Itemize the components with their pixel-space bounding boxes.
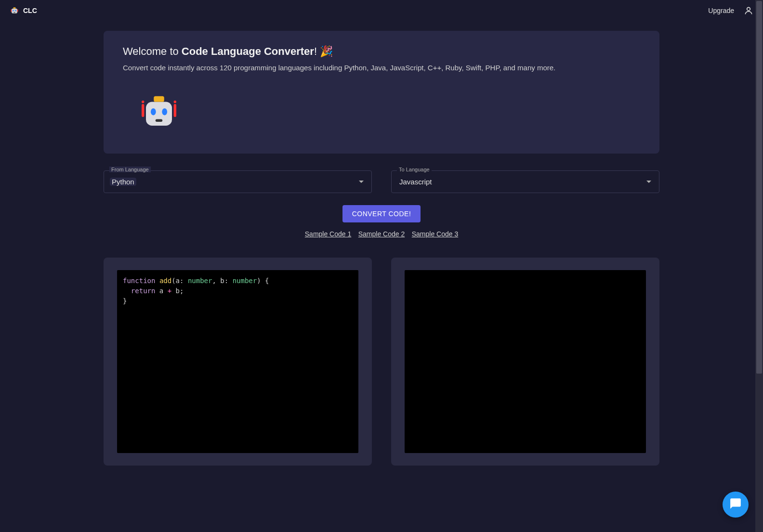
main-content: Welcome to Code Language Converter! 🎉 Co… [80, 21, 683, 485]
chat-icon [729, 497, 742, 512]
header-actions: Upgrade [708, 6, 753, 15]
chevron-down-icon [646, 181, 651, 183]
to-language-label: To Language [397, 167, 432, 172]
svg-rect-6 [17, 10, 18, 12]
robot-illustration [137, 91, 181, 134]
welcome-title-prefix: Welcome to [123, 45, 182, 57]
to-language-wrapper: To Language Javascript [391, 170, 659, 193]
svg-point-10 [151, 108, 156, 115]
svg-rect-8 [146, 102, 172, 126]
svg-rect-13 [142, 104, 144, 117]
from-language-wrapper: From Language Python [104, 170, 372, 193]
robot-icon [10, 6, 19, 15]
header: CLC Upgrade [0, 0, 763, 21]
chat-button[interactable] [723, 492, 749, 518]
from-language-select[interactable]: Python [104, 170, 372, 193]
logo-text: CLC [23, 7, 37, 14]
from-language-value: Python [110, 178, 136, 186]
target-code-editor[interactable] [405, 270, 646, 453]
source-editor-card: function add(a: number, b: number) { ret… [104, 258, 372, 466]
sample-code-3-link[interactable]: Sample Code 3 [412, 230, 459, 238]
svg-rect-12 [156, 119, 162, 122]
welcome-title-bold: Code Language Converter [182, 45, 314, 57]
sample-links: Sample Code 1 Sample Code 2 Sample Code … [104, 230, 659, 238]
from-language-label: From Language [109, 167, 151, 172]
svg-rect-5 [11, 10, 12, 12]
svg-rect-1 [13, 7, 16, 9]
to-language-value: Javascript [399, 178, 432, 186]
logo[interactable]: CLC [10, 6, 37, 15]
svg-point-3 [15, 10, 16, 12]
svg-rect-4 [13, 12, 15, 13]
svg-rect-9 [154, 96, 164, 102]
sample-code-2-link[interactable]: Sample Code 2 [358, 230, 405, 238]
svg-point-2 [13, 10, 14, 12]
welcome-card: Welcome to Code Language Converter! 🎉 Co… [104, 31, 659, 154]
source-code-editor[interactable]: function add(a: number, b: number) { ret… [117, 270, 358, 453]
convert-section: CONVERT CODE! [104, 205, 659, 222]
welcome-subtitle: Convert code instantly across 120 progra… [123, 64, 640, 72]
to-language-select[interactable]: Javascript [391, 170, 659, 193]
welcome-title-suffix: ! 🎉 [314, 45, 333, 57]
welcome-title: Welcome to Code Language Converter! 🎉 [123, 45, 640, 58]
svg-point-7 [747, 7, 750, 11]
scrollbar-thumb[interactable] [756, 1, 762, 374]
svg-point-16 [174, 101, 176, 103]
code-editors: function add(a: number, b: number) { ret… [104, 258, 659, 466]
upgrade-link[interactable]: Upgrade [708, 7, 734, 14]
target-editor-card [391, 258, 659, 466]
svg-point-15 [142, 101, 144, 103]
svg-point-11 [162, 108, 167, 115]
sample-code-1-link[interactable]: Sample Code 1 [305, 230, 352, 238]
scrollbar-track[interactable] [755, 0, 763, 532]
convert-button[interactable]: CONVERT CODE! [342, 205, 421, 222]
chevron-down-icon [359, 181, 364, 183]
svg-rect-14 [174, 104, 176, 117]
language-selects: From Language Python To Language Javascr… [104, 170, 659, 193]
profile-icon[interactable] [744, 6, 753, 15]
